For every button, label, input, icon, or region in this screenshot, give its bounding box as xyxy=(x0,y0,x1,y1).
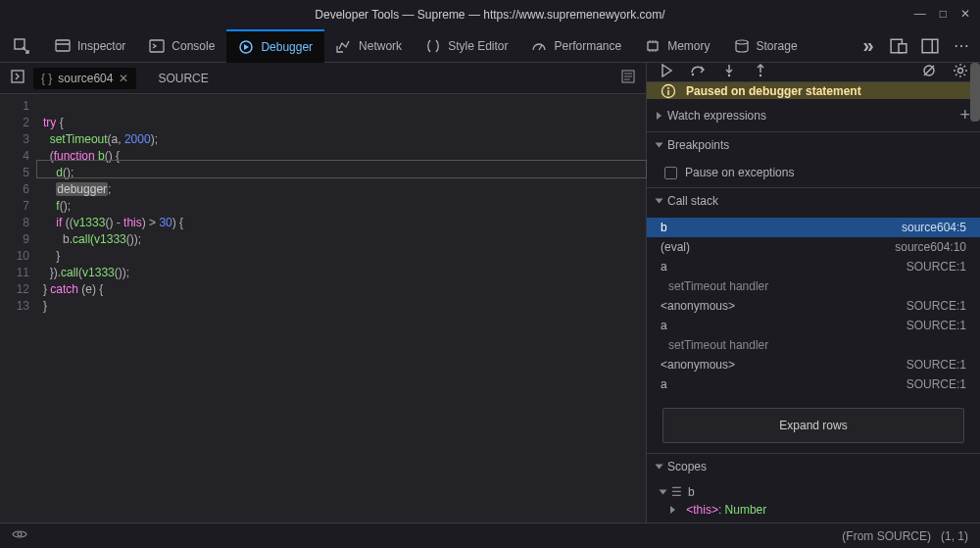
svg-rect-18 xyxy=(12,71,24,82)
svg-point-40 xyxy=(667,87,669,89)
stack-frame[interactable]: <anonymous>SOURCE:1 xyxy=(647,355,980,374)
tab-performance-label: Performance xyxy=(554,39,621,53)
tab-debugger-label: Debugger xyxy=(261,40,313,54)
stack-frame-loc: SOURCE:1 xyxy=(906,358,966,372)
stack-frame-name: a xyxy=(661,260,667,274)
svg-line-37 xyxy=(956,75,957,76)
expand-rows-button[interactable]: Expand rows xyxy=(662,408,964,443)
debugger-icon xyxy=(238,39,254,55)
step-over-button[interactable] xyxy=(690,63,706,81)
network-icon xyxy=(336,38,352,54)
stack-gap: setTimeout handler xyxy=(647,335,980,355)
scope-block-name: b xyxy=(688,485,695,499)
chevron-down-icon xyxy=(660,490,667,495)
callstack-section-header[interactable]: Call stack xyxy=(647,188,980,214)
breakpoints-section-header[interactable]: Breakpoints xyxy=(647,132,980,158)
svg-line-38 xyxy=(964,66,966,68)
eye-icon[interactable] xyxy=(12,526,27,545)
tab-memory-label: Memory xyxy=(667,39,710,53)
tab-performance[interactable]: Performance xyxy=(519,29,633,63)
svg-point-27 xyxy=(760,75,761,76)
chevron-right-icon xyxy=(657,112,662,120)
stack-frame-loc: SOURCE:1 xyxy=(906,260,966,274)
scope-variable[interactable]: <this>: Number xyxy=(647,501,980,519)
tab-inspector-label: Inspector xyxy=(77,39,125,53)
tab-storage-label: Storage xyxy=(757,39,798,53)
maximize-icon[interactable]: □ xyxy=(940,7,947,21)
stack-frame-name: b xyxy=(661,221,667,234)
scopes-label: Scopes xyxy=(667,460,707,473)
stack-frame[interactable]: aSOURCE:1 xyxy=(647,316,980,335)
minimize-icon[interactable]: — xyxy=(914,7,926,21)
tab-console-label: Console xyxy=(172,39,215,53)
stack-frame-name: <anonymous> xyxy=(661,358,735,372)
style-icon xyxy=(425,38,441,54)
tab-style-label: Style Editor xyxy=(448,39,508,53)
tab-inspector[interactable]: Inspector xyxy=(43,29,137,63)
svg-line-36 xyxy=(964,75,966,76)
overflow-icon[interactable]: » xyxy=(858,37,876,55)
responsive-icon[interactable] xyxy=(890,37,907,55)
chevron-down-icon xyxy=(656,143,663,148)
footer-from: (From SOURCE) xyxy=(842,529,931,543)
checkbox-icon[interactable] xyxy=(664,167,677,179)
disable-breakpoints-button[interactable] xyxy=(921,63,937,81)
source-file-tab[interactable]: { } source604 ✕ xyxy=(33,68,136,89)
close-tab-icon[interactable]: ✕ xyxy=(119,72,128,85)
line-gutter: 12345678910111213 xyxy=(0,94,37,523)
resume-button[interactable] xyxy=(659,63,674,81)
paused-banner-text: Paused on debugger statement xyxy=(686,84,861,98)
outline-icon[interactable] xyxy=(620,74,636,87)
svg-point-25 xyxy=(728,75,730,76)
stack-frame-loc: source604:10 xyxy=(895,240,966,254)
stack-frame[interactable]: aSOURCE:1 xyxy=(647,374,980,394)
watch-section-header[interactable]: Watch expressions + xyxy=(647,99,980,131)
chevron-down-icon xyxy=(656,199,663,204)
debugger-settings-button[interactable] xyxy=(953,63,968,81)
svg-point-23 xyxy=(692,74,694,75)
window-title: Developer Tools — Supreme — https://www.… xyxy=(315,8,664,22)
stack-frame-name: a xyxy=(661,319,667,332)
chevron-right-icon xyxy=(670,506,675,514)
scope-var-sep: : xyxy=(718,503,725,517)
step-in-button[interactable] xyxy=(721,63,737,81)
dock-icon[interactable] xyxy=(921,37,939,55)
stack-frame-loc: SOURCE:1 xyxy=(906,377,966,391)
tab-console[interactable]: Console xyxy=(137,29,226,63)
svg-rect-15 xyxy=(899,43,906,52)
tab-style[interactable]: Style Editor xyxy=(414,29,519,63)
code-editor[interactable]: 12345678910111213 try { setTimeout(a, 20… xyxy=(0,94,646,523)
scrollbar[interactable] xyxy=(970,63,980,122)
info-icon xyxy=(661,83,676,99)
kebab-icon[interactable]: ⋯ xyxy=(953,37,970,55)
code-area: try { setTimeout(a, 2000); (function b()… xyxy=(37,94,646,523)
stack-frame-loc: SOURCE:1 xyxy=(906,319,966,332)
scope-block[interactable]: ☰ b xyxy=(647,483,980,501)
stack-frame[interactable]: (eval)source604:10 xyxy=(647,237,980,257)
pick-element-button[interactable] xyxy=(0,29,43,63)
tab-debugger[interactable]: Debugger xyxy=(226,29,324,63)
scopes-section-header[interactable]: Scopes xyxy=(647,454,980,479)
step-out-button[interactable] xyxy=(753,63,768,81)
pause-on-exceptions-row[interactable]: Pause on exceptions xyxy=(647,162,980,183)
stack-frame[interactable]: <anonymous>SOURCE:1 xyxy=(647,296,980,316)
stack-frame-loc: source604:5 xyxy=(902,221,966,234)
scope-var-val: Number xyxy=(725,503,767,517)
chevron-down-icon xyxy=(656,465,663,470)
watch-label: Watch expressions xyxy=(667,109,766,123)
stack-frame[interactable]: aSOURCE:1 xyxy=(647,257,980,276)
sources-toggle-icon[interactable] xyxy=(10,69,25,87)
tab-network[interactable]: Network xyxy=(324,29,414,63)
paused-banner: Paused on debugger statement xyxy=(647,82,980,99)
close-icon[interactable]: ✕ xyxy=(960,7,970,21)
stack-frame[interactable]: bsource604:5 xyxy=(647,218,980,237)
block-icon: ☰ xyxy=(671,485,682,499)
stack-frame-name: (eval) xyxy=(661,240,690,254)
callstack-label: Call stack xyxy=(667,194,718,208)
svg-point-13 xyxy=(736,40,748,44)
add-watch-button[interactable]: + xyxy=(959,105,970,125)
tab-storage[interactable]: Storage xyxy=(722,29,809,63)
footer-pos: (1, 1) xyxy=(941,529,968,543)
svg-rect-6 xyxy=(648,42,658,50)
tab-memory[interactable]: Memory xyxy=(633,29,721,63)
